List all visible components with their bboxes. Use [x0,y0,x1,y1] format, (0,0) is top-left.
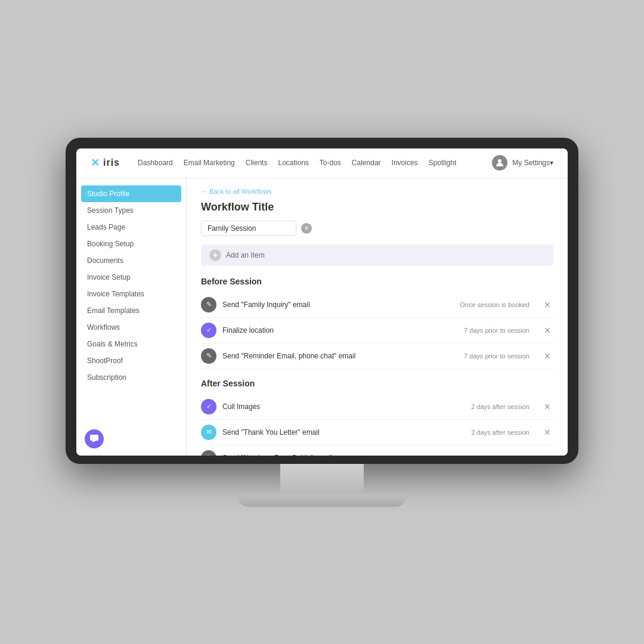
item-timing: 5 days after session [471,454,530,456]
after-session-title: After Session [201,379,553,388]
workflow-item-send-family-inquiry: ✎ Send "Family Inquiry" email Once sessi… [201,292,553,318]
monitor-stand-neck [280,464,364,494]
page-content: ← Back to all Workflows Workflow Title ✕… [187,178,568,456]
add-item-label: Add an Item [226,251,265,259]
navbar: ✕ iris Dashboard Email Marketing Clients… [76,148,568,178]
nav-links: Dashboard Email Marketing Clients Locati… [138,159,492,167]
sidebar-item-goals-metrics[interactable]: Goals & Metrics [76,336,186,352]
item-delete-button[interactable]: ✕ [541,428,553,437]
add-icon: + [209,249,221,261]
user-avatar [492,155,507,171]
item-icon-email: ✉ [201,425,216,440]
item-delete-button[interactable]: ✕ [541,300,553,309]
item-delete-button[interactable]: ✕ [541,453,553,456]
item-icon-edit: ✎ [201,450,216,456]
item-icon-check: ✓ [201,323,216,338]
sidebar-item-shootproof[interactable]: ShootProof [76,352,186,369]
item-label: Finalize location [222,326,458,335]
item-timing: Once session is booked [460,301,530,308]
monitor-screen: ✕ iris Dashboard Email Marketing Clients… [76,148,568,456]
item-delete-button[interactable]: ✕ [541,326,553,335]
monitor-wrapper: ✕ iris Dashboard Email Marketing Clients… [66,138,578,507]
page-title: Workflow Title [201,201,553,213]
workflow-item-cull-images: ✓ Cull Images 2 days after session ✕ [201,394,553,420]
sidebar-item-booking-setup[interactable]: Booking Setup [76,236,186,252]
nav-invoices[interactable]: Invoices [392,159,418,167]
nav-dashboard[interactable]: Dashboard [138,159,173,167]
sidebar-item-subscription[interactable]: Subscription [76,369,186,386]
chat-button[interactable] [85,429,104,448]
sidebar: Studio Profile Session Types Leads Page … [76,178,187,456]
app-container: ✕ iris Dashboard Email Marketing Clients… [76,148,568,456]
nav-todos[interactable]: To-dos [320,159,341,167]
nav-right: My Settings▾ [492,155,553,171]
workflow-item-finalize-location: ✓ Finalize location 7 days prior to sess… [201,318,553,343]
item-delete-button[interactable]: ✕ [541,351,553,361]
item-icon-edit: ✎ [201,348,216,364]
monitor-body: ✕ iris Dashboard Email Marketing Clients… [66,138,578,464]
logo-text: iris [103,157,120,168]
workflow-name-input[interactable] [201,221,296,236]
nav-email-marketing[interactable]: Email Marketing [184,159,235,167]
item-timing: 2 days after session [471,403,530,410]
item-label: Send "Newborn Prep Guide" email [222,454,465,456]
nav-clients[interactable]: Clients [246,159,268,167]
item-delete-button[interactable]: ✕ [541,402,553,411]
nav-locations[interactable]: Locations [278,159,308,167]
logo-icon: ✕ [91,156,100,169]
workflow-item-send-thank-you: ✉ Send "Thank You Letter" email 2 days a… [201,420,553,445]
user-menu-button[interactable]: My Settings▾ [512,159,553,167]
sidebar-item-workflows[interactable]: Workflows [76,319,186,336]
item-label: Cull Images [222,402,465,411]
monitor-stand-base [239,494,405,507]
main-content: Studio Profile Session Types Leads Page … [76,178,568,456]
item-icon-check: ✓ [201,399,216,414]
sidebar-item-studio-profile[interactable]: Studio Profile [81,185,181,202]
sidebar-item-invoice-setup[interactable]: Invoice Setup [76,269,186,286]
before-session-items: ✎ Send "Family Inquiry" email Once sessi… [201,292,553,369]
back-link[interactable]: ← Back to all Workflows [201,188,553,195]
nav-calendar[interactable]: Calendar [352,159,381,167]
sidebar-item-session-types[interactable]: Session Types [76,202,186,219]
svg-rect-1 [90,435,98,441]
item-label: Send "Family Inquiry" email [222,301,454,309]
after-session-items: ✓ Cull Images 2 days after session ✕ ✉ S… [201,394,553,456]
item-timing: 7 days prior to session [464,327,530,334]
item-label: Send "Reminder Email, phone chat" email [222,352,458,360]
nav-spotlight[interactable]: Spotlight [429,159,457,167]
clear-workflow-button[interactable]: ✕ [301,223,312,234]
workflow-item-send-reminder: ✎ Send "Reminder Email, phone chat" emai… [201,343,553,369]
item-label: Send "Thank You Letter" email [222,428,465,436]
item-timing: 7 days prior to session [464,352,530,360]
add-item-bar[interactable]: + Add an Item [201,244,553,266]
logo: ✕ iris [91,156,120,169]
sidebar-item-email-templates[interactable]: Email Templates [76,302,186,319]
item-icon-edit: ✎ [201,297,216,312]
svg-point-0 [498,159,501,163]
sidebar-item-invoice-templates[interactable]: Invoice Templates [76,286,186,302]
sidebar-item-documents[interactable]: Documents [76,252,186,269]
workflow-input-row: ✕ [201,221,553,236]
item-timing: 2 days after session [471,429,530,436]
workflow-item-send-newborn-prep: ✎ Send "Newborn Prep Guide" email 5 days… [201,445,553,456]
before-session-title: Before Session [201,277,553,286]
sidebar-item-leads-page[interactable]: Leads Page [76,219,186,236]
